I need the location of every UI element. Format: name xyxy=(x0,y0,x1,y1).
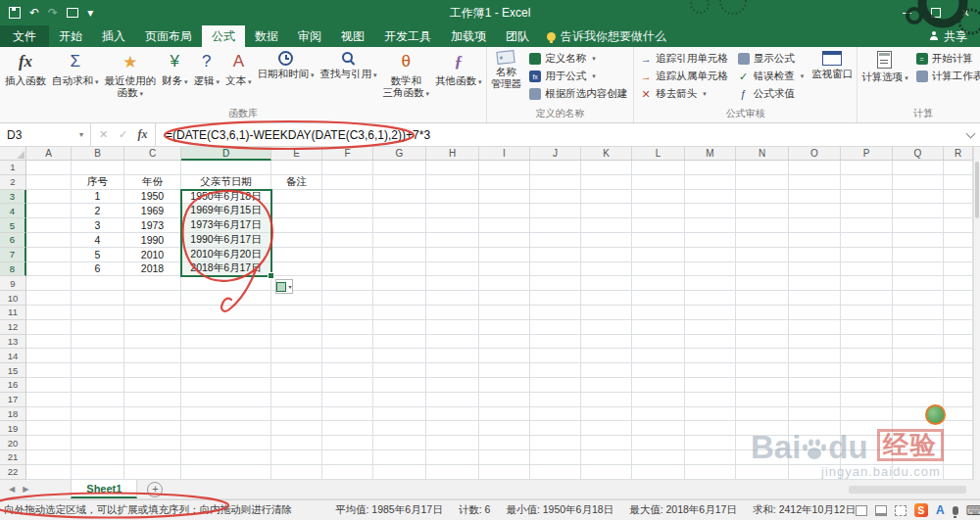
cell-P22[interactable] xyxy=(841,465,893,480)
cell-G4[interactable] xyxy=(373,204,426,218)
cell-A8[interactable] xyxy=(26,262,72,277)
cell-F4[interactable] xyxy=(322,204,373,218)
cell-F16[interactable] xyxy=(322,378,373,393)
share-button[interactable]: 共享 xyxy=(929,25,980,47)
cell-J13[interactable] xyxy=(530,335,581,350)
cell-Q12[interactable] xyxy=(893,320,944,335)
cell-B2[interactable]: 序号 xyxy=(72,175,124,190)
cell-B12[interactable] xyxy=(72,320,124,335)
cell-K18[interactable] xyxy=(581,407,632,422)
cell-F1[interactable] xyxy=(322,161,373,175)
cell-M1[interactable] xyxy=(685,161,736,175)
cell-I9[interactable] xyxy=(479,276,530,291)
cell-O5[interactable] xyxy=(789,218,841,233)
cell-E22[interactable] xyxy=(271,465,322,480)
cell-M8[interactable] xyxy=(685,262,736,277)
cell-R5[interactable] xyxy=(944,218,973,233)
cell-C16[interactable] xyxy=(124,378,181,393)
cell-G3[interactable] xyxy=(373,190,426,205)
cell-E1[interactable] xyxy=(271,161,322,175)
cell-M10[interactable] xyxy=(685,291,736,306)
name-manager-button[interactable]: 名称管理器 xyxy=(488,49,525,107)
cell-F7[interactable] xyxy=(322,248,373,262)
column-header-R[interactable]: R xyxy=(944,147,973,161)
cell-M18[interactable] xyxy=(685,407,736,422)
cell-J11[interactable] xyxy=(530,306,581,320)
column-header-A[interactable]: A xyxy=(26,147,72,161)
column-header-G[interactable]: G xyxy=(373,147,426,161)
cell-B20[interactable] xyxy=(72,436,124,450)
cell-K7[interactable] xyxy=(581,248,632,262)
cell-R10[interactable] xyxy=(944,291,973,306)
cell-K14[interactable] xyxy=(581,349,632,363)
horizontal-scrollbar-thumb[interactable] xyxy=(849,486,966,494)
math-trig-button[interactable]: θ数学和三角函数▾ xyxy=(380,49,433,107)
show-formulas-button[interactable]: 显示公式 xyxy=(735,50,808,68)
cell-N13[interactable] xyxy=(736,335,789,350)
cell-N1[interactable] xyxy=(736,161,789,175)
cell-I4[interactable] xyxy=(479,204,530,218)
cell-I13[interactable] xyxy=(479,335,530,350)
cell-Q15[interactable] xyxy=(893,363,944,378)
cell-Q21[interactable] xyxy=(893,450,944,465)
cell-J19[interactable] xyxy=(530,421,581,436)
cell-F12[interactable] xyxy=(322,320,373,335)
cell-H22[interactable] xyxy=(426,465,479,480)
cell-B5[interactable]: 3 xyxy=(72,218,124,233)
cell-A15[interactable] xyxy=(26,363,72,378)
cell-I21[interactable] xyxy=(479,450,530,465)
cell-A4[interactable] xyxy=(26,204,72,218)
cell-I1[interactable] xyxy=(479,161,530,175)
cell-E19[interactable] xyxy=(271,421,322,436)
cell-R16[interactable] xyxy=(944,378,973,393)
cell-B14[interactable] xyxy=(72,349,124,363)
sheet-next-icon[interactable]: ▶ xyxy=(23,485,28,494)
row-header-6[interactable]: 6 xyxy=(0,233,26,248)
cell-K3[interactable] xyxy=(581,190,632,205)
sheet-tab-sheet1[interactable]: Sheet1 xyxy=(71,480,137,498)
cell-A17[interactable] xyxy=(26,393,72,407)
cell-F19[interactable] xyxy=(322,421,373,436)
column-header-Q[interactable]: Q xyxy=(893,147,944,161)
column-header-E[interactable]: E xyxy=(271,147,322,161)
cell-C4[interactable]: 1969 xyxy=(124,204,181,218)
cell-D14[interactable] xyxy=(181,349,271,363)
cell-K8[interactable] xyxy=(581,262,632,277)
cell-P12[interactable] xyxy=(841,320,893,335)
cell-A11[interactable] xyxy=(26,306,72,320)
row-header-9[interactable]: 9 xyxy=(0,276,26,291)
cell-B6[interactable]: 4 xyxy=(72,233,124,248)
cell-L6[interactable] xyxy=(632,233,685,248)
cell-M6[interactable] xyxy=(685,233,736,248)
cell-D5[interactable]: 1973年6月17日 xyxy=(181,218,271,233)
cell-K1[interactable] xyxy=(581,161,632,175)
cell-R12[interactable] xyxy=(944,320,973,335)
row-header-7[interactable]: 7 xyxy=(0,248,26,262)
cell-K16[interactable] xyxy=(581,378,632,393)
cell-N10[interactable] xyxy=(736,291,789,306)
cell-L11[interactable] xyxy=(632,306,685,320)
row-header-5[interactable]: 5 xyxy=(0,218,26,233)
cell-L14[interactable] xyxy=(632,349,685,363)
cell-O2[interactable] xyxy=(789,175,841,190)
keyboard-icon[interactable]: ⌨ xyxy=(966,504,980,517)
cell-R13[interactable] xyxy=(944,335,973,350)
autosum-button[interactable]: Σ自动求和▾ xyxy=(49,49,102,107)
cell-P14[interactable] xyxy=(841,349,893,363)
cell-J18[interactable] xyxy=(530,407,581,422)
cell-O21[interactable] xyxy=(789,450,841,465)
cell-R14[interactable] xyxy=(944,349,973,363)
cell-F11[interactable] xyxy=(322,306,373,320)
cell-E20[interactable] xyxy=(271,436,322,450)
cell-A1[interactable] xyxy=(26,161,72,175)
cell-P16[interactable] xyxy=(841,378,893,393)
cell-F21[interactable] xyxy=(322,450,373,465)
cell-J6[interactable] xyxy=(530,233,581,248)
cell-E21[interactable] xyxy=(271,450,322,465)
page-break-view-icon[interactable] xyxy=(895,505,906,516)
cell-Q7[interactable] xyxy=(893,248,944,262)
cell-G2[interactable] xyxy=(373,175,426,190)
cell-G11[interactable] xyxy=(373,306,426,320)
cell-G10[interactable] xyxy=(373,291,426,306)
cell-O8[interactable] xyxy=(789,262,841,277)
